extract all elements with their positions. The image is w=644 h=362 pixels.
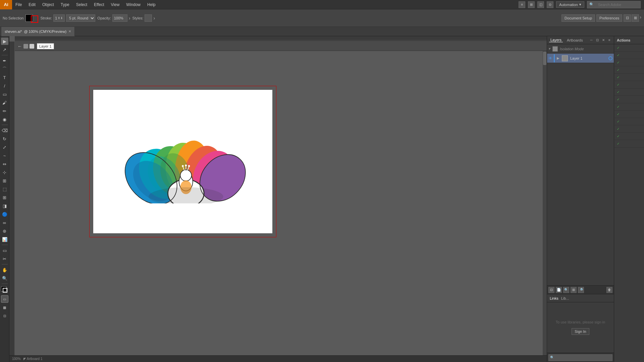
- more-arrow[interactable]: ›: [640, 14, 641, 22]
- distribute-icon[interactable]: ⊞: [632, 14, 639, 22]
- search-input[interactable]: [595, 2, 638, 7]
- workspace-icon-4[interactable]: ⊙: [547, 1, 553, 8]
- workspace-icon-1[interactable]: ≡: [519, 1, 525, 8]
- layer-panel-menu-btn[interactable]: ⊞: [571, 287, 577, 293]
- eraser-tool[interactable]: ⌫: [1, 127, 8, 134]
- isolation-expand-icon[interactable]: ▾: [548, 47, 550, 51]
- color-control[interactable]: [1, 286, 8, 294]
- action-row-5[interactable]: ✓: [614, 74, 644, 81]
- vertical-scrollbar[interactable]: [543, 51, 547, 358]
- width-tool[interactable]: ⇔: [1, 160, 8, 168]
- workspace-selector[interactable]: Automation ▾: [556, 1, 584, 8]
- action-row-9[interactable]: ✓: [614, 103, 644, 111]
- menu-view[interactable]: View: [108, 0, 123, 9]
- free-transform-tool[interactable]: ⊹: [1, 169, 8, 176]
- action-row-6[interactable]: ✓: [614, 81, 644, 88]
- pen-tool[interactable]: ✒: [1, 57, 8, 64]
- opacity-input[interactable]: 100%: [112, 14, 127, 22]
- scale-tool[interactable]: ⤢: [1, 143, 8, 151]
- warp-tool[interactable]: ~: [1, 152, 8, 159]
- left-arrow-icon[interactable]: ←: [17, 44, 22, 49]
- rotate-tool[interactable]: ↻: [1, 135, 8, 142]
- make-sublayer-btn[interactable]: ⊡: [548, 287, 554, 293]
- change-screen-mode[interactable]: ⊡: [1, 312, 8, 319]
- slice-tool[interactable]: ✂: [1, 255, 8, 262]
- zoom-tool[interactable]: 🔍: [1, 275, 8, 282]
- action-row-10[interactable]: ✓: [614, 111, 644, 118]
- scrollbar-thumb-v[interactable]: [543, 52, 546, 65]
- libs-search-input[interactable]: 🔍: [548, 354, 612, 361]
- styles-swatch[interactable]: [145, 14, 152, 22]
- gradient-tool[interactable]: ◨: [1, 202, 8, 209]
- locate-obj-btn[interactable]: 🔍: [563, 287, 569, 293]
- panel-close-btn[interactable]: ✕: [601, 38, 606, 43]
- direct-selection-tool[interactable]: ↗: [1, 46, 8, 53]
- curvature-tool[interactable]: ⌒: [1, 65, 8, 73]
- action-row-4[interactable]: ✓: [614, 66, 644, 74]
- eyedropper-tool[interactable]: 🔵: [1, 210, 8, 218]
- line-tool[interactable]: /: [1, 82, 8, 89]
- delete-layer-btn[interactable]: 🗑: [606, 287, 612, 293]
- type-tool[interactable]: T: [1, 74, 8, 81]
- blend-tool[interactable]: ∞: [1, 219, 8, 226]
- panel-menu-btn[interactable]: ≡: [607, 38, 612, 43]
- menu-file[interactable]: File: [12, 0, 25, 9]
- doc-setup-button[interactable]: Document Setup: [561, 14, 595, 22]
- create-layer-btn[interactable]: 📄: [556, 287, 562, 293]
- workspace-icon-3[interactable]: ◫: [537, 1, 544, 8]
- symbol-tool[interactable]: ⊛: [1, 227, 8, 235]
- menu-object[interactable]: Object: [39, 0, 57, 9]
- rect-tool[interactable]: ▭: [1, 90, 8, 98]
- action-row-8[interactable]: ✓: [614, 96, 644, 103]
- layer-1-expand-icon[interactable]: ▶: [557, 56, 559, 60]
- search-bar[interactable]: 🔍: [587, 1, 641, 8]
- stroke-type-select[interactable]: 5 pt. Round: [66, 14, 95, 22]
- zoom-layer-btn[interactable]: 🔎: [578, 287, 584, 293]
- panel-maximize-btn[interactable]: ⊡: [595, 38, 600, 43]
- paintbrush-tool[interactable]: 🖌: [1, 99, 8, 106]
- action-row-3[interactable]: ✓: [614, 59, 644, 66]
- shape-builder-tool[interactable]: ⊞: [1, 177, 8, 184]
- mesh-tool[interactable]: ⊞: [1, 194, 8, 201]
- stroke-swatch[interactable]: [31, 15, 38, 23]
- preferences-button[interactable]: Preferences: [596, 14, 622, 22]
- layer-1-vis-icon[interactable]: 👁: [548, 56, 552, 61]
- draw-mode-normal[interactable]: ▭: [1, 295, 8, 303]
- layer-1-row[interactable]: 👁 ▶ Layer 1: [547, 54, 614, 63]
- draw-mode-back[interactable]: ▩: [1, 304, 8, 311]
- menu-select[interactable]: Select: [73, 0, 91, 9]
- styles-arrow[interactable]: ›: [153, 15, 155, 21]
- action-row-1[interactable]: ✓: [614, 44, 644, 52]
- action-row-12[interactable]: ✓: [614, 125, 644, 133]
- perspective-tool[interactable]: ⬚: [1, 185, 8, 193]
- menu-type[interactable]: Type: [57, 0, 73, 9]
- menu-effect[interactable]: Effect: [91, 0, 107, 9]
- pencil-tool[interactable]: ✏: [1, 107, 8, 115]
- layer-1-target[interactable]: [608, 56, 612, 60]
- tab-close-button[interactable]: ✕: [68, 29, 71, 33]
- hand-tool[interactable]: ✋: [1, 266, 8, 274]
- action-row-11[interactable]: ✓: [614, 118, 644, 125]
- column-graph-tool[interactable]: 📊: [1, 236, 8, 243]
- align-icon[interactable]: ⊡: [624, 14, 631, 22]
- action-row-13[interactable]: ✓: [614, 133, 644, 140]
- panel-minimize-btn[interactable]: ─: [589, 38, 594, 43]
- tab-libraries[interactable]: Lib...: [561, 296, 569, 300]
- document-tab[interactable]: sheven.ai* @ 100% (CMYK/Preview) ✕: [1, 27, 75, 36]
- artboard-tool[interactable]: ▭: [1, 247, 8, 254]
- action-row-14[interactable]: ✓: [614, 140, 644, 147]
- opacity-arrow[interactable]: ›: [129, 15, 130, 21]
- stroke-weight-arrows[interactable]: ⬆⬇: [58, 16, 63, 20]
- action-row-7[interactable]: ✓: [614, 88, 644, 96]
- menu-window[interactable]: Window: [123, 0, 144, 9]
- blob-brush-tool[interactable]: ◉: [1, 116, 8, 123]
- artboard[interactable]: [93, 90, 272, 233]
- tab-layers[interactable]: Layers: [549, 38, 563, 42]
- tab-artboards[interactable]: Artboards: [566, 38, 584, 42]
- stroke-weight-input[interactable]: 1 ⬆⬇: [53, 14, 65, 22]
- sign-in-button[interactable]: Sign In: [572, 328, 589, 335]
- tab-links[interactable]: Links: [550, 296, 558, 300]
- selection-tool[interactable]: ▶: [1, 38, 8, 45]
- menu-edit[interactable]: Edit: [25, 0, 39, 9]
- action-row-2[interactable]: ✓: [614, 52, 644, 59]
